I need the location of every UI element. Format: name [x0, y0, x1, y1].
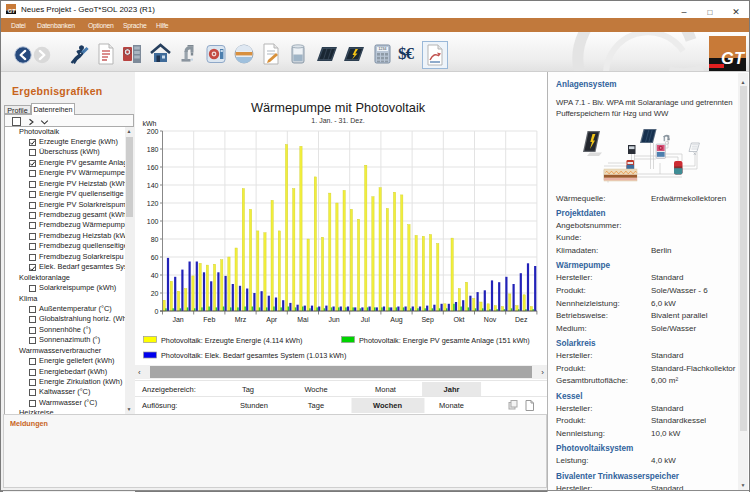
- svg-text:Sep: Sep: [421, 316, 434, 324]
- svg-text:120: 120: [147, 200, 159, 207]
- svg-text:1234: 1234: [379, 47, 387, 51]
- svg-text:200: 200: [147, 128, 159, 135]
- svg-text:20: 20: [151, 290, 159, 297]
- svg-text:80: 80: [151, 236, 159, 243]
- svg-text:Nov: Nov: [484, 316, 497, 323]
- svg-text:Jan: Jan: [172, 316, 183, 323]
- svg-text:kWh: kWh: [143, 120, 157, 127]
- svg-text:40: 40: [151, 272, 159, 279]
- svg-text:Photovoltaik: Energie PV gesam: Photovoltaik: Energie PV gesamte Anlage …: [359, 336, 530, 345]
- svg-text:Aug: Aug: [390, 316, 403, 324]
- svg-text:Feb: Feb: [203, 316, 215, 323]
- svg-text:1. Jan. - 31. Dez.: 1. Jan. - 31. Dez.: [311, 117, 364, 124]
- svg-text:Mrz: Mrz: [235, 316, 247, 323]
- svg-text:GT: GT: [8, 8, 16, 14]
- svg-text:Photovoltaik: Elek. Bedarf ges: Photovoltaik: Elek. Bedarf gesamtes Syst…: [161, 351, 346, 360]
- svg-text:Mai: Mai: [297, 316, 309, 323]
- svg-text:Jul: Jul: [361, 316, 370, 323]
- svg-text:60: 60: [151, 254, 159, 261]
- svg-text:Wärmepumpe mit Photovoltaik: Wärmepumpe mit Photovoltaik: [251, 100, 426, 115]
- svg-text:160: 160: [147, 164, 159, 171]
- svg-text:Jun: Jun: [328, 316, 339, 323]
- svg-text:140: 140: [147, 182, 159, 189]
- svg-text:180: 180: [147, 146, 159, 153]
- svg-text:Okt: Okt: [453, 316, 464, 323]
- svg-text:0: 0: [155, 308, 159, 315]
- svg-text:Dez: Dez: [515, 316, 528, 323]
- svg-text:Photovoltaik: Erzeugte Energie: Photovoltaik: Erzeugte Energie (4.114 kW…: [161, 336, 302, 345]
- svg-text:Apr: Apr: [266, 316, 278, 324]
- svg-text:100: 100: [147, 218, 159, 225]
